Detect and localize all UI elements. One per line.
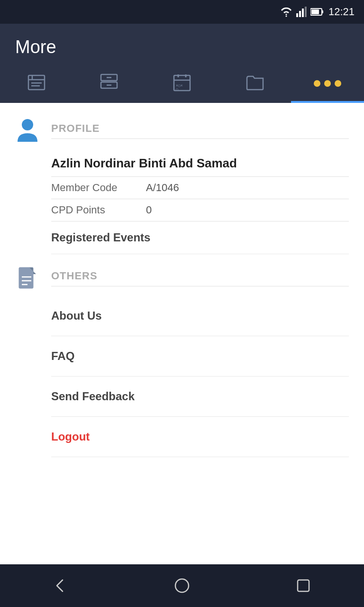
folder-icon <box>245 73 265 94</box>
faq-item[interactable]: FAQ <box>51 336 349 377</box>
dots-icon <box>314 80 341 87</box>
svg-rect-6 <box>311 9 319 14</box>
list-icon <box>27 73 46 94</box>
page-title: More <box>15 37 349 57</box>
time-display: 12:21 <box>328 6 355 18</box>
home-button[interactable] <box>173 577 191 594</box>
archive-icon <box>99 73 119 94</box>
others-section-header: OTHERS <box>15 266 349 290</box>
send-feedback-item[interactable]: Send Feedback <box>51 377 349 417</box>
tab-item-2[interactable] <box>73 65 146 101</box>
back-button[interactable] <box>52 577 69 594</box>
member-code-field: Member Code A/1046 <box>51 177 349 199</box>
others-section-label: OTHERS <box>51 270 349 286</box>
main-content: PROFILE Azlin Nordinar Binti Abd Samad M… <box>0 103 364 564</box>
svg-rect-30 <box>298 580 309 591</box>
status-bar: 12:21 <box>0 0 364 24</box>
svg-rect-7 <box>322 10 323 13</box>
member-code-value: A/1046 <box>146 182 179 194</box>
profile-content: Azlin Nordinar Binti Abd Samad Member Co… <box>15 148 349 254</box>
svg-point-29 <box>175 579 189 592</box>
svg-rect-1 <box>296 13 298 17</box>
tab-item-1[interactable] <box>0 65 73 101</box>
wifi-icon <box>280 7 292 17</box>
svg-point-0 <box>285 16 287 17</box>
cpd-points-label: CPD Points <box>51 204 146 216</box>
status-icons <box>280 7 324 17</box>
svg-point-23 <box>22 119 33 130</box>
cpd-points-value: 0 <box>146 204 152 216</box>
tab-item-4[interactable] <box>218 65 291 101</box>
profile-section-label: PROFILE <box>51 122 349 139</box>
others-section: OTHERS About Us FAQ Send Feedback Logout <box>0 254 364 457</box>
cpd-points-field: CPD Points 0 <box>51 199 349 221</box>
profile-name: Azlin Nordinar Binti Abd Samad <box>51 148 349 176</box>
bottom-nav <box>0 564 364 607</box>
svg-rect-3 <box>302 9 304 17</box>
others-content: About Us FAQ Send Feedback Logout <box>15 296 349 457</box>
svg-rect-2 <box>299 11 301 17</box>
svg-rect-24 <box>19 267 33 288</box>
tab-item-more[interactable] <box>291 65 364 101</box>
calendar-icon: ×○× ○ <box>172 73 192 94</box>
svg-rect-4 <box>305 7 307 17</box>
logout-item[interactable]: Logout <box>51 417 349 457</box>
profile-icon <box>15 118 40 143</box>
profile-section: PROFILE Azlin Nordinar Binti Abd Samad M… <box>0 103 364 254</box>
battery-icon <box>310 8 324 16</box>
profile-section-header: PROFILE <box>15 118 349 143</box>
tab-bar: ×○× ○ <box>0 65 364 103</box>
about-us-item[interactable]: About Us <box>51 296 349 336</box>
recent-button[interactable] <box>295 577 312 594</box>
registered-events-label: Registered Events <box>51 231 150 244</box>
header: More <box>0 24 364 65</box>
member-code-label: Member Code <box>51 182 146 194</box>
svg-text:○: ○ <box>176 87 178 92</box>
signal-icon <box>296 7 307 17</box>
registered-events-item[interactable]: Registered Events <box>51 221 349 254</box>
others-icon <box>15 266 40 290</box>
tab-item-3[interactable]: ×○× ○ <box>146 65 218 101</box>
